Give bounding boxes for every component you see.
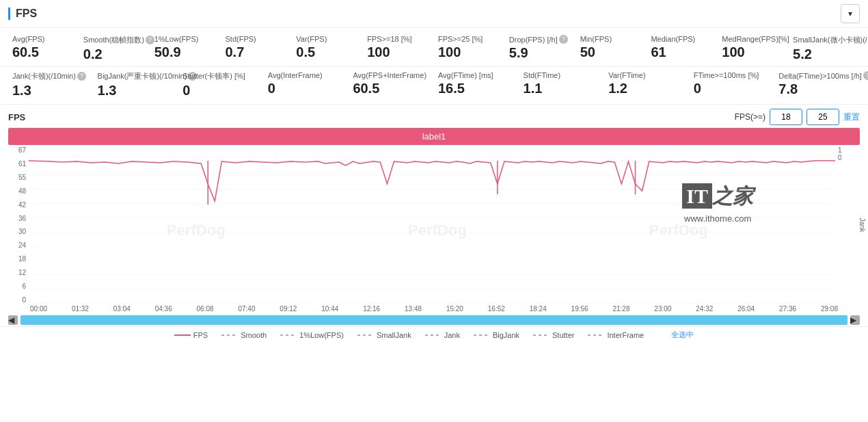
scrollbar-right-handle[interactable]: ▶ [850,315,860,325]
legend-line-2 [280,334,297,336]
metric-label-r2-6: Std(FTime) [524,71,601,79]
metric-value-7: 5.9 [509,45,572,61]
x-axis-labels: 00:0001:3203:0404:3606:0807:4009:1210:44… [30,305,838,313]
metric-label-11: SmallJank(微小卡顿)(/10min)? [793,35,856,45]
legend-item-3[interactable]: SmallJank [357,331,411,339]
metric-cell-r2-4: Avg(FPS+InterFrame) 60.5 [349,70,434,100]
x-label-14: 21:28 [612,305,629,313]
fps-gte-label: FPS(>=) [735,112,765,122]
metric-value-10: 100 [722,44,785,60]
legend-label-2: 1%Low(FPS) [299,331,344,339]
metric-label-1: Smooth(稳帧指数)? [83,35,146,45]
fps-threshold-1[interactable] [770,109,802,125]
metric-cell-r2-3: Avg(InterFrame) 0 [264,70,349,100]
metric-value-r2-3: 0 [268,81,345,96]
y-left-label-2: 55 [18,174,26,181]
metric-label-2: 1%Low(FPS) [154,35,217,43]
metric-cell-11: SmallJank(微小卡顿)(/10min)? 5.2 [789,34,860,64]
scrollbar-thumb[interactable] [21,315,847,325]
metric-cell-7: Drop(FPS) [/h]? 5.9 [505,34,576,64]
legend-item-6[interactable]: Stutter [533,331,574,339]
metric-cell-r2-9: Delta(FTime)>100ms [/h]? 7.8 [774,70,860,100]
page-title: FPS [8,8,37,20]
metric-label-r2-2: Stutter(卡顿率) [%] [182,71,260,81]
legend-label-5: BigJank [493,331,519,339]
y-left-label-1: 61 [18,160,26,168]
metric-value-r2-0: 1.3 [12,83,90,98]
help-icon-r2-9[interactable]: ? [863,71,868,80]
scrollbar-left-handle[interactable]: ◀ [8,315,18,325]
metric-cell-r2-2: Stutter(卡顿率) [%] 0 [178,70,264,100]
legend-line-6 [533,334,550,336]
fps-controls: FPS(>=) 重置 [735,109,860,125]
x-label-13: 19:56 [571,305,588,313]
metric-label-7: Drop(FPS) [/h]? [509,35,572,44]
legend-item-5[interactable]: BigJank [474,331,519,339]
metric-value-r2-1: 1.3 [98,83,175,98]
legend-line-0 [174,334,191,336]
metric-value-2: 50.9 [154,44,217,60]
legend-item-4[interactable]: Jank [425,331,460,339]
legend-label-1: Smooth [241,331,267,339]
x-label-5: 07:40 [238,305,255,313]
dropdown-button[interactable]: ▾ [841,4,860,23]
fps-threshold-2[interactable] [806,109,839,125]
y-left-label-5: 36 [18,215,26,222]
x-label-0: 00:00 [30,305,47,313]
y-axis-right-container: 10 Jank [835,146,860,304]
y-left-label-9: 12 [18,269,26,276]
x-label-15: 23:00 [654,305,671,313]
metric-cell-8: Min(FPS) 50 [576,34,647,64]
metrics-row-2: Jank(卡顿)(/10min)? 1.3 BigJank(严重卡顿)(/10m… [0,67,868,105]
x-label-12: 18:24 [530,305,547,313]
select-all-button[interactable]: 全选中 [671,330,694,340]
chart-header: FPS FPS(>=) 重置 [0,105,868,128]
metric-cell-1: Smooth(稳帧指数)? 0.2 [79,34,150,64]
x-label-4: 06:08 [197,305,214,313]
metric-value-4: 0.5 [296,44,359,60]
help-icon-r2-0[interactable]: ? [77,72,86,81]
y-right-label-0: 1 [838,146,842,154]
y-left-label-11: 0 [22,296,26,304]
metrics-row-1: Avg(FPS) 60.5 Smooth(稳帧指数)? 0.2 1%Low(FP… [0,28,868,67]
x-label-9: 13:48 [405,305,422,313]
metric-value-6: 100 [438,44,501,60]
legend-line-7 [588,334,604,336]
legend-line-1 [221,334,238,336]
metric-cell-r2-5: Avg(FTime) [ms] 16.5 [434,70,519,100]
metric-value-11: 5.2 [793,47,856,62]
metric-value-r2-9: 7.8 [778,81,856,97]
legend-item-7[interactable]: InterFrame [588,331,644,339]
metric-label-4: Var(FPS) [296,35,359,43]
fps-line [29,161,835,201]
metric-value-r2-6: 1.1 [524,81,601,96]
legend-label-3: SmallJank [377,331,411,339]
reset-button[interactable]: 重置 [843,111,860,123]
legend-line-5 [474,334,490,336]
y-left-label-3: 48 [18,187,26,195]
metric-value-5: 100 [367,44,430,60]
metric-label-r2-3: Avg(InterFrame) [268,71,345,79]
metric-label-10: MedRange(FPS)[%] [722,35,785,43]
metric-cell-2: 1%Low(FPS) 50.9 [150,34,221,64]
metric-label-r2-8: FTime>=100ms [%] [694,71,771,79]
help-icon-7[interactable]: ? [559,35,568,44]
metric-cell-r2-7: Var(FTime) 1.2 [604,70,690,100]
metric-value-1: 0.2 [83,47,146,62]
metric-cell-6: FPS>=25 [%] 100 [434,34,505,64]
metric-value-3: 0.7 [225,44,288,60]
legend-item-0[interactable]: FPS [174,331,208,339]
legend-item-2[interactable]: 1%Low(FPS) [280,331,344,339]
legend-item-1[interactable]: Smooth [221,331,267,339]
legend-label-6: Stutter [552,331,574,339]
metric-label-3: Std(FPS) [225,35,288,43]
metric-cell-10: MedRange(FPS)[%] 100 [718,34,789,64]
watermark-1: PerfDog [167,222,226,239]
y-left-label-10: 6 [22,282,26,290]
y-axis-right: 10 [835,146,852,161]
scrollbar-area: ◀ ▶ [8,315,860,325]
chart-svg-area: PerfDog PerfDog PerfDog IT之家 www.ithome.… [29,146,835,304]
metric-label-r2-5: Avg(FTime) [ms] [438,71,515,79]
legend-label-0: FPS [193,331,208,339]
scrollbar-track[interactable] [21,315,847,325]
